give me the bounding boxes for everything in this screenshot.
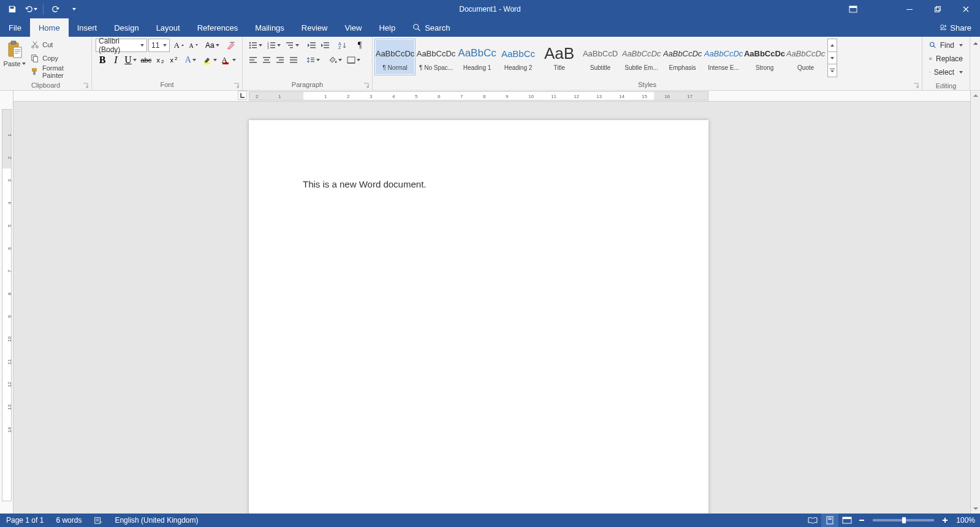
borders-button[interactable] [344,53,363,67]
replace-button[interactable]: abac Replace [926,52,966,66]
font-size-combo[interactable]: 11 [148,39,170,52]
undo-button[interactable] [22,1,39,18]
bullets-button[interactable] [246,39,265,52]
proofing-cell[interactable] [88,514,108,527]
style-item-1[interactable]: AaBbCcDc¶ No Spac... [416,39,457,75]
cut-icon [31,40,39,49]
word-count-cell[interactable]: 6 words [50,514,88,527]
svg-rect-15 [34,71,36,75]
style-item-6[interactable]: AaBbCcDcSubtle Em... [621,39,662,75]
underline-button[interactable]: U [123,53,139,67]
bold-button[interactable]: B [96,53,109,67]
find-button[interactable]: Find [926,39,966,52]
change-case-button[interactable]: Aa [203,39,221,52]
font-color-button[interactable]: A [219,53,239,67]
tab-insert[interactable]: Insert [69,18,106,37]
quick-access-toolbar [0,1,83,18]
style-item-0[interactable]: AaBbCcDc¶ Normal [374,39,416,75]
text-effects-button[interactable]: A [183,53,199,67]
paste-button[interactable]: Paste [2,38,26,78]
show-marks-button[interactable]: ¶ [353,39,367,52]
grow-font-button[interactable]: A [171,39,186,52]
language-cell[interactable]: English (United Kingdom) [108,514,204,527]
qat-customize-button[interactable] [66,1,83,18]
scroll-up-button[interactable] [971,91,980,100]
page[interactable]: This is a new Word document. [249,120,708,514]
style-item-2[interactable]: AaBbCcHeading 1 [457,39,498,75]
read-mode-button[interactable] [804,514,821,527]
redo-button[interactable] [47,1,64,18]
style-item-3[interactable]: AaBbCcHeading 2 [498,39,539,75]
multilevel-list-button[interactable] [283,39,302,52]
tab-design[interactable]: Design [105,18,147,37]
vertical-ruler[interactable]: 1234567891011121314 [0,91,13,514]
document-body[interactable]: This is a new Word document. [303,179,655,189]
superscript-button[interactable]: x2 [167,53,181,67]
paragraph-launcher[interactable] [362,82,370,89]
shrink-font-button[interactable]: A [186,39,200,52]
minimize-button[interactable] [895,0,924,18]
sort-button[interactable]: AZ [336,39,349,52]
decrease-indent-button[interactable] [305,39,319,52]
style-item-4[interactable]: AaBTitle [539,39,580,75]
format-painter-button[interactable]: Format Painter [28,65,89,78]
print-layout-button[interactable] [821,514,838,527]
gallery-down-button[interactable] [827,52,837,65]
tab-file[interactable]: File [0,18,30,37]
tab-help[interactable]: Help [370,18,404,37]
tab-references[interactable]: References [189,18,246,37]
highlight-button[interactable] [200,53,219,67]
select-button[interactable]: Select [926,66,966,79]
subscript-button[interactable]: x2 [154,53,167,67]
line-spacing-button[interactable] [304,53,322,67]
share-button[interactable]: Share [930,18,980,37]
cut-button[interactable]: Cut [28,38,89,51]
ribbon-display-options-button[interactable] [839,0,867,18]
tab-review[interactable]: Review [293,18,336,37]
horizontal-ruler[interactable]: 211234567891011121314151617 [13,91,970,102]
tab-selector[interactable] [238,91,247,100]
style-item-5[interactable]: AaBbCcDSubtitle [580,39,621,75]
numbering-button[interactable]: 123 [265,39,283,52]
tab-view[interactable]: View [336,18,370,37]
zoom-in-button[interactable] [939,514,951,527]
strikethrough-button[interactable]: abc [139,53,153,67]
tell-me-search[interactable]: Search [404,18,458,37]
copy-button[interactable]: Copy [28,51,89,65]
zoom-out-button[interactable] [856,514,868,527]
styles-launcher[interactable] [912,82,920,89]
web-layout-button[interactable] [838,514,856,527]
zoom-slider[interactable] [873,519,934,521]
align-center-button[interactable] [260,53,273,67]
zoom-level-button[interactable]: 100% [951,516,980,525]
clear-formatting-button[interactable] [224,39,238,52]
scroll-down-button[interactable] [971,504,980,514]
save-button[interactable] [4,1,21,18]
font-launcher[interactable] [232,82,240,89]
align-left-button[interactable] [246,53,260,67]
gallery-up-button[interactable] [827,39,837,52]
increase-indent-button[interactable] [319,39,332,52]
clipboard-launcher[interactable] [82,82,89,89]
vertical-scrollbar[interactable] [970,91,980,514]
page-number-cell[interactable]: Page 1 of 1 [0,514,50,527]
collapse-ribbon-button[interactable] [970,39,980,48]
style-item-8[interactable]: AaBbCcDcIntense E... [703,39,744,75]
zoom-thumb[interactable] [902,517,906,523]
styles-gallery: AaBbCcDc¶ NormalAaBbCcDc¶ No Spac...AaBb… [374,39,826,77]
style-item-10[interactable]: AaBbCcDcQuote [785,39,826,75]
gallery-more-button[interactable] [827,64,837,77]
font-name-combo[interactable]: Calibri (Body) [96,39,147,52]
tab-home[interactable]: Home [30,18,69,37]
tab-layout[interactable]: Layout [148,18,189,37]
maximize-button[interactable] [924,0,952,18]
justify-button[interactable] [287,53,300,67]
close-button[interactable] [952,0,980,18]
style-item-7[interactable]: AaBbCcDcEmphasis [662,39,703,75]
italic-button[interactable]: I [109,53,123,67]
tab-mailings[interactable]: Mailings [246,18,293,37]
style-item-9[interactable]: AaBbCcDcStrong [744,39,785,75]
shading-button[interactable] [326,53,344,67]
page-viewport[interactable]: This is a new Word document. [13,102,970,514]
align-right-button[interactable] [273,53,287,67]
